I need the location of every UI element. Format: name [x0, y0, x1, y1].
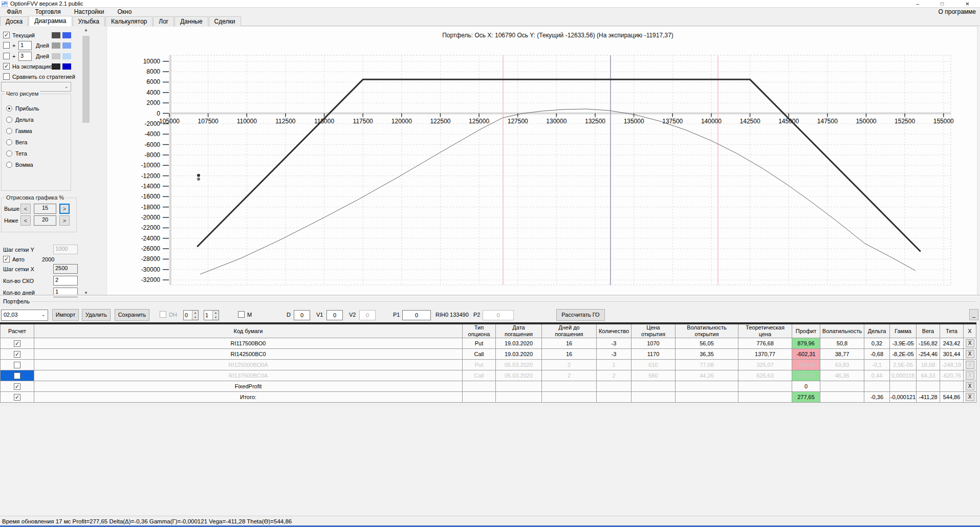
row-code[interactable]: RI142500BC0	[34, 349, 463, 360]
row-vol: 63,83	[820, 360, 864, 370]
row-theor	[738, 392, 792, 403]
p1-input[interactable]: 0	[402, 310, 431, 320]
x-tick-label: 135000	[624, 118, 644, 125]
v1-input[interactable]: 0	[326, 310, 343, 320]
row-code[interactable]: RI125000BO0A	[34, 360, 463, 370]
row-calc-checkbox[interactable]: ✓	[14, 351, 20, 358]
spinner-up-down-icon[interactable]: ▲▼	[212, 311, 219, 320]
x-tick-label: 137500	[662, 118, 683, 125]
spinner-1-value: 0	[185, 312, 188, 318]
table-row: ✓RI142500BC0Call19.03.202016-3117036,351…	[1, 349, 976, 360]
row-calc-checkbox[interactable]: ✓	[14, 383, 20, 390]
collapse-button[interactable]: _	[969, 309, 978, 320]
row-theor: 626,63	[738, 370, 792, 381]
column-header-13[interactable]: Вега	[917, 323, 940, 338]
row-delete-button[interactable]: X	[966, 361, 974, 369]
column-header-12[interactable]: Гамма	[890, 323, 917, 338]
row-calc-checkbox[interactable]: ✓	[14, 340, 20, 347]
v2-input[interactable]: 0	[359, 310, 376, 320]
p2-input[interactable]: 0	[483, 310, 514, 320]
column-header-9[interactable]: Профит	[792, 323, 820, 338]
row-delete-button[interactable]: X	[966, 339, 974, 347]
column-header-14[interactable]: Тета	[940, 323, 964, 338]
y-tick-label: 0	[157, 110, 160, 117]
row-delete-button[interactable]: X	[966, 393, 974, 401]
row-code[interactable]: FixedProfit	[34, 381, 463, 392]
portfolio-group-line	[30, 301, 976, 302]
column-header-1[interactable]: Код бумаги	[34, 323, 463, 338]
row-theor	[738, 381, 792, 392]
row-profit: 139,26	[792, 370, 820, 381]
splitter[interactable]	[0, 295, 980, 297]
row-delete-button[interactable]: X	[966, 350, 974, 358]
row-theta: -620,76	[940, 370, 964, 381]
y-tick-label: -30000	[141, 266, 161, 273]
y-tick-label: -28000	[141, 255, 161, 262]
column-header-10[interactable]: Волатильность	[820, 323, 864, 338]
column-header-8[interactable]: Теоретическаяцена	[738, 323, 792, 338]
x-tick-label: 152500	[895, 118, 915, 125]
column-header-7[interactable]: Волатильностьоткрытия	[676, 323, 738, 338]
row-vol_open: 44,26	[676, 370, 738, 381]
column-header-5[interactable]: Количество	[597, 323, 631, 338]
row-qty: 1	[597, 360, 631, 370]
column-header-11[interactable]: Дельта	[864, 323, 890, 338]
row-delete-button[interactable]: X	[966, 382, 974, 390]
row-vega: 64,33	[917, 370, 940, 381]
row-calc-checkbox[interactable]: ✓	[14, 394, 20, 401]
y-tick-label: 2000	[146, 99, 160, 106]
m-checkbox[interactable]	[238, 311, 245, 318]
row-date: 05.03.2020	[496, 370, 542, 381]
y-tick-label: -12000	[141, 172, 161, 180]
x-tick-label: 132500	[585, 118, 605, 125]
row-code[interactable]: RI117500BO0	[34, 338, 463, 349]
row-qty	[597, 381, 631, 392]
row-delta: 0,32	[864, 338, 890, 349]
dh-checkbox[interactable]	[160, 311, 166, 318]
portfolio-select-value: 02,03	[4, 312, 18, 318]
m-label: M	[247, 312, 252, 318]
row-qty: 2	[597, 370, 631, 381]
profit-chart[interactable]: 1000080006000400020000-2000-4000-6000-80…	[0, 0, 980, 297]
row-date: 19.03.2020	[496, 349, 542, 360]
spinner-up-down-icon[interactable]: ▲▼	[192, 311, 198, 320]
x-tick-label: 107500	[198, 118, 219, 125]
row-days: 2	[542, 360, 597, 370]
row-date: 05.03.2020	[496, 360, 542, 370]
calc-go-button[interactable]: Рассчитать ГО	[556, 309, 605, 321]
row-code[interactable]: Итого:	[34, 392, 463, 403]
row-code[interactable]: RI137500BC0A	[34, 370, 463, 381]
y-tick-label: -6000	[144, 141, 160, 148]
y-axis-line	[169, 55, 171, 285]
portfolio-select[interactable]: 02,03⌄	[1, 310, 48, 321]
row-calc-checkbox[interactable]	[14, 372, 20, 379]
delete-button[interactable]: Удалить	[82, 309, 111, 321]
row-gamma: -3,9E-05	[890, 338, 917, 349]
spinner-1[interactable]: 0▲▼	[183, 310, 199, 320]
row-calc-checkbox[interactable]	[14, 362, 20, 368]
y-tick-label: 4000	[146, 89, 160, 96]
row-vol_open: 36,35	[676, 349, 738, 360]
column-header-3[interactable]: Датапогашения	[496, 323, 542, 338]
column-header-15[interactable]: X	[964, 323, 976, 338]
y-tick-label: -32000	[141, 276, 161, 283]
column-header-2[interactable]: Типопциона	[463, 323, 496, 338]
save-button[interactable]: Сохранить	[115, 309, 149, 321]
empty-area	[0, 407, 980, 516]
row-delete-button[interactable]: X	[966, 371, 974, 380]
x-tick-label: 110000	[237, 118, 257, 125]
d-input[interactable]: 0	[294, 310, 310, 320]
y-tick-label: 10000	[143, 58, 161, 65]
x-tick-label: 140000	[701, 118, 722, 125]
column-header-0[interactable]: Расчет	[1, 323, 34, 338]
import-button[interactable]: Импорт	[52, 309, 79, 321]
row-vega: 18,68	[917, 360, 940, 370]
row-price: 560	[631, 370, 676, 381]
column-header-6[interactable]: Ценаоткрытия	[631, 323, 676, 338]
spinner-2[interactable]: 1▲▼	[204, 310, 219, 320]
row-vol_open: 56,05	[676, 338, 738, 349]
row-profit: -284,93	[792, 360, 820, 370]
row-qty: -3	[597, 349, 631, 360]
row-delta: -0,68	[864, 349, 890, 360]
column-header-4[interactable]: Дней допогашения	[542, 323, 597, 338]
